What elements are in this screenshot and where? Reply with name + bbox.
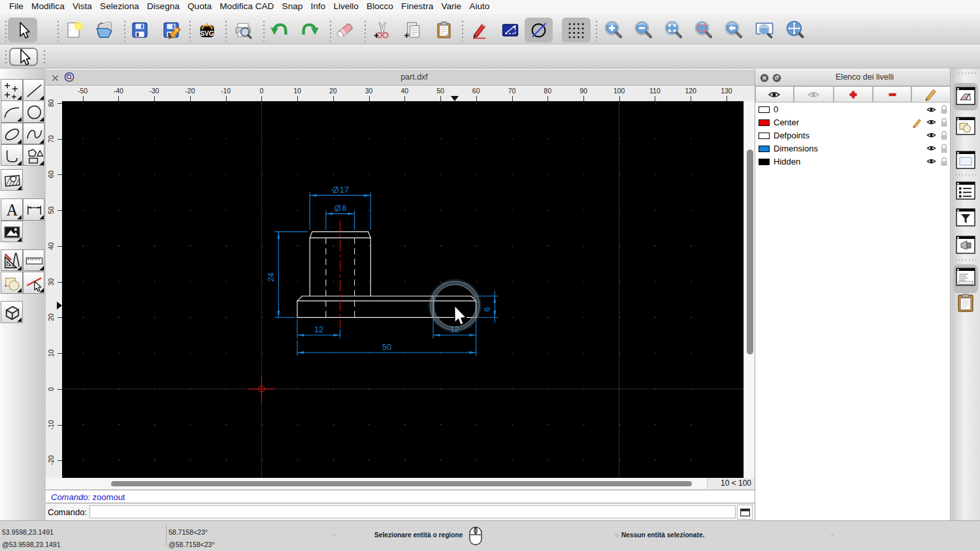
svg-text:SVG: SVG <box>200 30 214 37</box>
svg-text:6: 6 <box>483 307 492 311</box>
svg-text:50: 50 <box>382 343 391 352</box>
svg-text:24: 24 <box>267 273 276 282</box>
svg-text:12: 12 <box>314 325 323 334</box>
svg-text:17: 17 <box>340 185 349 195</box>
svg-text:8: 8 <box>342 204 346 213</box>
svg-text:A: A <box>7 201 18 219</box>
